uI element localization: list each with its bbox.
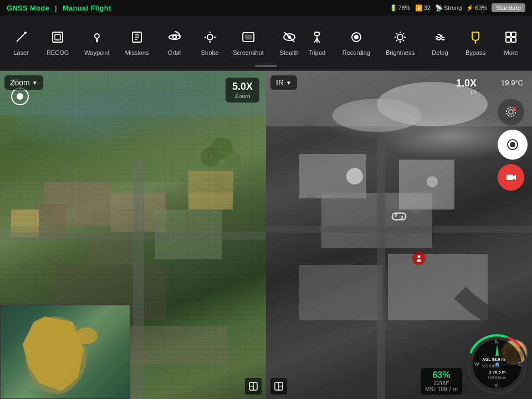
chain-link-icon [390, 208, 408, 229]
svg-rect-84 [399, 160, 454, 209]
svg-rect-21 [315, 32, 319, 35]
svg-text:+: + [513, 108, 515, 111]
svg-rect-98 [507, 175, 513, 180]
status-indicators: 🔋 78% 📶 32 📡 Strong ⚡ 63% Standard [390, 3, 525, 12]
svg-line-0 [17, 33, 25, 42]
screenshot-icon [242, 30, 255, 47]
svg-text:AGL 98.9 m: AGL 98.9 m [482, 357, 505, 362]
svg-rect-17 [245, 35, 252, 39]
msl-tele-value: MSL 109.7 m [425, 386, 458, 392]
svg-rect-47 [111, 193, 166, 232]
signal-icon: 📶 [415, 4, 423, 12]
ir-zoom-sublabel: IR [456, 89, 477, 96]
bypass-tool[interactable]: Bypass [460, 26, 491, 60]
right-camera-panel: -20~150 Mode FFC [266, 71, 532, 399]
wifi-icon: 📡 [435, 4, 443, 12]
svg-point-87 [346, 168, 363, 185]
toolbar-left: Laser RECOG Waypoint [6, 26, 226, 60]
more-label: More [504, 49, 518, 56]
zoom-label: Zoom [10, 78, 30, 87]
svg-point-81 [332, 99, 421, 132]
brightness-label: Brightness [386, 49, 415, 56]
svg-point-97 [510, 142, 515, 147]
ir-chevron-icon: ▼ [286, 80, 291, 86]
angle-tele-value: 22'09" [425, 380, 458, 386]
laser-label: Laser [13, 49, 29, 56]
svg-rect-48 [89, 237, 133, 265]
split-icon-1[interactable] [245, 378, 262, 395]
toolbar-handle [255, 65, 277, 67]
ir-dropdown[interactable]: IR ▼ [270, 75, 297, 90]
stealth-label: Stealth [280, 49, 299, 56]
compass-west-label: W [474, 361, 479, 367]
svg-text:D 76.5 m: D 76.5 m [489, 370, 506, 375]
svg-rect-41 [506, 38, 510, 42]
telemetry-data-left: 63% 22'09" MSL 109.7 m [421, 368, 462, 395]
svg-rect-52 [11, 226, 39, 237]
svg-point-11 [207, 34, 213, 40]
svg-line-33 [403, 40, 404, 41]
svg-rect-2 [53, 32, 63, 42]
strobe-tool[interactable]: Strobe [195, 26, 226, 60]
wifi-indicator: 📡 Strong [435, 4, 462, 12]
svg-rect-54 [188, 193, 233, 209]
svg-line-34 [403, 33, 404, 34]
strobe-icon [203, 30, 217, 47]
record-video-button[interactable] [498, 164, 524, 191]
screenshot-tool[interactable]: Screenshot [227, 26, 269, 60]
left-split-icons [245, 378, 262, 395]
svg-line-35 [396, 40, 397, 41]
svg-point-10 [173, 35, 176, 39]
svg-rect-89 [377, 137, 385, 399]
more-tool[interactable]: More [495, 26, 526, 60]
battery-icon: 🔋 [390, 4, 397, 12]
stealth-tool[interactable]: Stealth [274, 26, 305, 60]
svg-rect-46 [33, 204, 66, 237]
orbit-label: Orbit [168, 49, 181, 56]
gnss-mode: GNSS Mode [7, 4, 49, 12]
orbit-tool[interactable]: Orbit [159, 26, 190, 60]
defog-tool[interactable]: Defog [424, 26, 456, 60]
brightness-tool[interactable]: Brightness [380, 26, 420, 60]
compass-north-label: N [495, 339, 499, 345]
strong-label: Strong [444, 4, 462, 11]
svg-rect-50 [155, 209, 222, 259]
svg-point-27 [397, 34, 403, 40]
defog-label: Defog [432, 49, 448, 56]
missions-tool[interactable]: Missions [120, 26, 155, 60]
ir-split-icon[interactable] [270, 378, 287, 395]
ir-temperature: 19.9°C [501, 79, 523, 87]
recog-tool[interactable]: RECOG [41, 26, 74, 60]
power-indicator: ⚡ 63% [466, 4, 487, 12]
waypoint-tool[interactable]: Waypoint [79, 26, 115, 60]
compass-widget: N S E W AGL 98.9 m V/S 0.0m/s D 76.5 m [467, 334, 528, 395]
power-icon: ⚡ [466, 4, 474, 12]
flight-status: GNSS Mode | Manual Flight [7, 4, 111, 12]
defog-icon [433, 30, 447, 47]
mini-map-background [1, 305, 130, 398]
svg-rect-42 [511, 38, 516, 42]
take-photo-button[interactable] [498, 130, 528, 160]
left-camera-panel: 8° Zoom ▼ 5.0X Zoom [0, 71, 266, 399]
laser-tool[interactable]: Laser [6, 26, 37, 60]
camera-settings-button[interactable]: + [498, 99, 524, 125]
zoom-dropdown[interactable]: Zoom ▼ [4, 75, 43, 90]
tripod-tool[interactable]: Tripod [301, 26, 332, 60]
more-icon [504, 30, 518, 47]
power-value: 63% [475, 4, 487, 11]
flight-mode: Manual Flight [63, 4, 111, 12]
svg-rect-53 [188, 171, 233, 193]
toolbar-right: Tripod Recording [301, 26, 526, 60]
battery-tele: 63% 22'09" MSL 109.7 m [421, 368, 462, 395]
svg-point-92 [509, 110, 513, 114]
svg-rect-39 [506, 32, 510, 37]
zoom-sublabel: Zoom [232, 93, 253, 99]
svg-point-59 [211, 137, 233, 160]
signal-indicator: 📶 32 [415, 4, 431, 12]
recording-label: Recording [342, 49, 370, 56]
ir-zoom-badge: 1.0X IR [456, 78, 477, 96]
strobe-label: Strobe [201, 49, 218, 56]
standard-button[interactable]: Standard [492, 3, 525, 12]
recording-tool[interactable]: Recording [337, 26, 376, 60]
svg-point-26 [354, 35, 359, 39]
